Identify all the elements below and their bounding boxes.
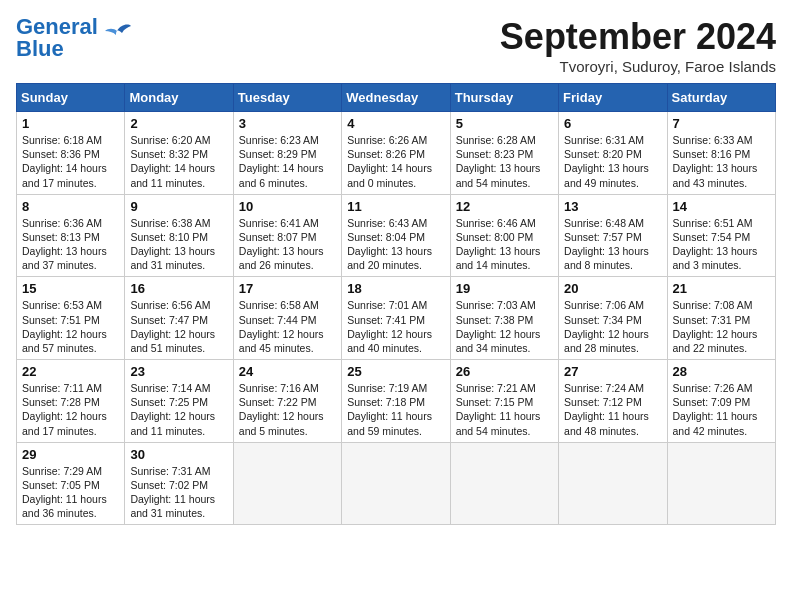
calendar-day [667,442,775,525]
calendar-day: 3Sunrise: 6:23 AMSunset: 8:29 PMDaylight… [233,112,341,195]
day-info: Sunrise: 6:28 AMSunset: 8:23 PMDaylight:… [456,133,553,190]
day-number: 12 [456,199,553,214]
logo-bird-icon [102,23,132,45]
weekday-header: Wednesday [342,84,450,112]
calendar-day: 10Sunrise: 6:41 AMSunset: 8:07 PMDayligh… [233,194,341,277]
calendar-day: 7Sunrise: 6:33 AMSunset: 8:16 PMDaylight… [667,112,775,195]
day-info: Sunrise: 6:26 AMSunset: 8:26 PMDaylight:… [347,133,444,190]
day-info: Sunrise: 7:01 AMSunset: 7:41 PMDaylight:… [347,298,444,355]
day-number: 25 [347,364,444,379]
calendar-day: 27Sunrise: 7:24 AMSunset: 7:12 PMDayligh… [559,360,667,443]
day-number: 29 [22,447,119,462]
day-info: Sunrise: 6:51 AMSunset: 7:54 PMDaylight:… [673,216,770,273]
day-number: 4 [347,116,444,131]
day-number: 18 [347,281,444,296]
day-info: Sunrise: 7:31 AMSunset: 7:02 PMDaylight:… [130,464,227,521]
day-number: 3 [239,116,336,131]
day-number: 1 [22,116,119,131]
calendar-day: 15Sunrise: 6:53 AMSunset: 7:51 PMDayligh… [17,277,125,360]
calendar-day: 26Sunrise: 7:21 AMSunset: 7:15 PMDayligh… [450,360,558,443]
day-info: Sunrise: 6:38 AMSunset: 8:10 PMDaylight:… [130,216,227,273]
calendar-day: 24Sunrise: 7:16 AMSunset: 7:22 PMDayligh… [233,360,341,443]
calendar-day: 16Sunrise: 6:56 AMSunset: 7:47 PMDayligh… [125,277,233,360]
title-block: September 2024 Tvoroyri, Suduroy, Faroe … [500,16,776,75]
calendar-day: 22Sunrise: 7:11 AMSunset: 7:28 PMDayligh… [17,360,125,443]
day-number: 21 [673,281,770,296]
weekday-header: Tuesday [233,84,341,112]
calendar-day: 9Sunrise: 6:38 AMSunset: 8:10 PMDaylight… [125,194,233,277]
day-info: Sunrise: 6:33 AMSunset: 8:16 PMDaylight:… [673,133,770,190]
weekday-header: Sunday [17,84,125,112]
day-number: 6 [564,116,661,131]
day-number: 13 [564,199,661,214]
day-info: Sunrise: 7:19 AMSunset: 7:18 PMDaylight:… [347,381,444,438]
day-number: 17 [239,281,336,296]
month-title: September 2024 [500,16,776,58]
day-number: 26 [456,364,553,379]
day-number: 16 [130,281,227,296]
day-info: Sunrise: 7:29 AMSunset: 7:05 PMDaylight:… [22,464,119,521]
day-info: Sunrise: 6:18 AMSunset: 8:36 PMDaylight:… [22,133,119,190]
calendar-day [233,442,341,525]
day-info: Sunrise: 6:31 AMSunset: 8:20 PMDaylight:… [564,133,661,190]
weekday-header: Saturday [667,84,775,112]
calendar-day: 13Sunrise: 6:48 AMSunset: 7:57 PMDayligh… [559,194,667,277]
calendar-day: 29Sunrise: 7:29 AMSunset: 7:05 PMDayligh… [17,442,125,525]
week-row: 22Sunrise: 7:11 AMSunset: 7:28 PMDayligh… [17,360,776,443]
calendar-day [559,442,667,525]
logo: General Blue [16,16,132,60]
day-info: Sunrise: 7:16 AMSunset: 7:22 PMDaylight:… [239,381,336,438]
day-info: Sunrise: 6:53 AMSunset: 7:51 PMDaylight:… [22,298,119,355]
day-number: 14 [673,199,770,214]
calendar-day: 21Sunrise: 7:08 AMSunset: 7:31 PMDayligh… [667,277,775,360]
calendar-day: 20Sunrise: 7:06 AMSunset: 7:34 PMDayligh… [559,277,667,360]
calendar-day: 25Sunrise: 7:19 AMSunset: 7:18 PMDayligh… [342,360,450,443]
day-number: 19 [456,281,553,296]
calendar-day [450,442,558,525]
day-info: Sunrise: 7:21 AMSunset: 7:15 PMDaylight:… [456,381,553,438]
week-row: 15Sunrise: 6:53 AMSunset: 7:51 PMDayligh… [17,277,776,360]
day-number: 15 [22,281,119,296]
day-number: 23 [130,364,227,379]
page-header: General Blue September 2024 Tvoroyri, Su… [16,16,776,75]
week-row: 1Sunrise: 6:18 AMSunset: 8:36 PMDaylight… [17,112,776,195]
week-row: 8Sunrise: 6:36 AMSunset: 8:13 PMDaylight… [17,194,776,277]
day-info: Sunrise: 6:58 AMSunset: 7:44 PMDaylight:… [239,298,336,355]
day-info: Sunrise: 7:11 AMSunset: 7:28 PMDaylight:… [22,381,119,438]
day-number: 9 [130,199,227,214]
day-info: Sunrise: 7:14 AMSunset: 7:25 PMDaylight:… [130,381,227,438]
day-info: Sunrise: 6:48 AMSunset: 7:57 PMDaylight:… [564,216,661,273]
day-info: Sunrise: 7:24 AMSunset: 7:12 PMDaylight:… [564,381,661,438]
day-number: 24 [239,364,336,379]
calendar-day: 17Sunrise: 6:58 AMSunset: 7:44 PMDayligh… [233,277,341,360]
weekday-header: Monday [125,84,233,112]
calendar-day: 14Sunrise: 6:51 AMSunset: 7:54 PMDayligh… [667,194,775,277]
day-number: 2 [130,116,227,131]
calendar-day: 6Sunrise: 6:31 AMSunset: 8:20 PMDaylight… [559,112,667,195]
calendar-day: 8Sunrise: 6:36 AMSunset: 8:13 PMDaylight… [17,194,125,277]
calendar-day: 11Sunrise: 6:43 AMSunset: 8:04 PMDayligh… [342,194,450,277]
day-info: Sunrise: 7:03 AMSunset: 7:38 PMDaylight:… [456,298,553,355]
calendar-day: 4Sunrise: 6:26 AMSunset: 8:26 PMDaylight… [342,112,450,195]
day-number: 10 [239,199,336,214]
calendar-day: 18Sunrise: 7:01 AMSunset: 7:41 PMDayligh… [342,277,450,360]
day-number: 8 [22,199,119,214]
calendar-day: 1Sunrise: 6:18 AMSunset: 8:36 PMDaylight… [17,112,125,195]
day-info: Sunrise: 7:08 AMSunset: 7:31 PMDaylight:… [673,298,770,355]
day-info: Sunrise: 6:43 AMSunset: 8:04 PMDaylight:… [347,216,444,273]
day-info: Sunrise: 6:56 AMSunset: 7:47 PMDaylight:… [130,298,227,355]
day-number: 7 [673,116,770,131]
calendar-day: 28Sunrise: 7:26 AMSunset: 7:09 PMDayligh… [667,360,775,443]
day-number: 28 [673,364,770,379]
calendar-day: 2Sunrise: 6:20 AMSunset: 8:32 PMDaylight… [125,112,233,195]
day-info: Sunrise: 6:36 AMSunset: 8:13 PMDaylight:… [22,216,119,273]
logo-text: General Blue [16,16,98,60]
day-number: 11 [347,199,444,214]
day-info: Sunrise: 6:46 AMSunset: 8:00 PMDaylight:… [456,216,553,273]
day-number: 5 [456,116,553,131]
calendar-day [342,442,450,525]
calendar-day: 12Sunrise: 6:46 AMSunset: 8:00 PMDayligh… [450,194,558,277]
weekday-header: Thursday [450,84,558,112]
weekday-header: Friday [559,84,667,112]
day-number: 30 [130,447,227,462]
